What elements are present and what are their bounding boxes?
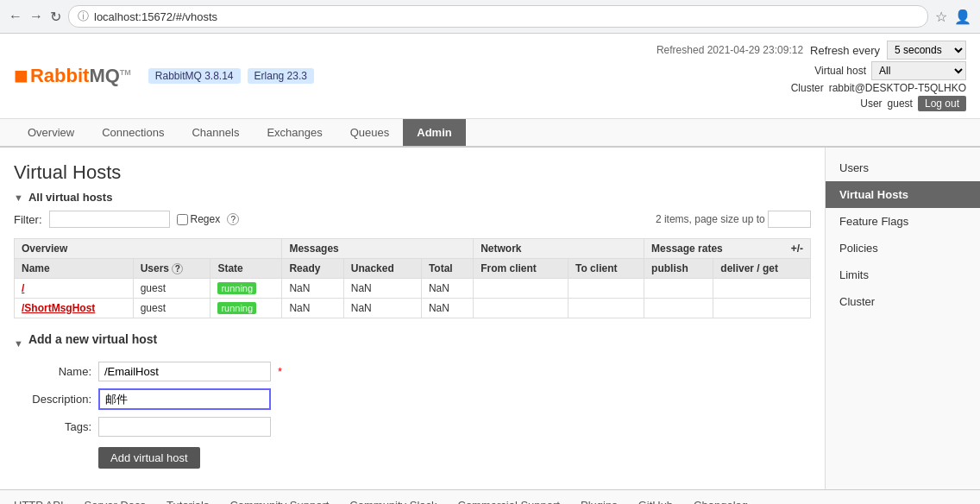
- vhost-users-shortmsg: guest: [133, 299, 210, 318]
- section-header: ▼ All virtual hosts: [14, 191, 811, 204]
- logo-text: RabbitMQTM: [30, 65, 131, 87]
- logout-button[interactable]: Log out: [918, 96, 966, 111]
- vhost-ready-shortmsg: NaN: [282, 299, 343, 318]
- col-name: Name: [15, 259, 134, 279]
- forward-button[interactable]: →: [29, 9, 43, 24]
- description-input[interactable]: [98, 388, 271, 410]
- footer-commercial-support[interactable]: Commercial Support: [458, 499, 561, 504]
- page-size-input[interactable]: 100: [768, 211, 811, 228]
- footer-community-slack[interactable]: Community Slack: [349, 499, 437, 504]
- footer-community-support[interactable]: Community Support: [229, 499, 329, 504]
- url-bar: ⓘ localhost:15672/#/vhosts: [68, 5, 928, 28]
- description-label: Description:: [14, 393, 91, 406]
- vhost-unacked-shortmsg: NaN: [343, 299, 421, 318]
- name-row: Name: *: [14, 362, 811, 381]
- footer-tutorials[interactable]: Tutorials: [166, 499, 209, 504]
- content-area: Virtual Hosts ▼ All virtual hosts Filter…: [0, 148, 825, 489]
- tab-exchanges[interactable]: Exchanges: [253, 119, 336, 146]
- back-button[interactable]: ←: [9, 9, 22, 24]
- tags-label: Tags:: [14, 420, 91, 433]
- footer-github[interactable]: GitHub: [638, 499, 673, 504]
- vhost-state-root: running: [210, 279, 282, 299]
- add-virtual-host-button[interactable]: Add virtual host: [98, 447, 200, 469]
- status-badge-shortmsg: running: [217, 302, 256, 314]
- group-messages: Messages: [282, 239, 474, 259]
- vhost-deliver-root: [713, 279, 811, 299]
- plus-minus-btn[interactable]: +/-: [791, 243, 803, 255]
- vhost-state-shortmsg: running: [210, 299, 282, 318]
- group-overview: Overview: [15, 239, 282, 259]
- footer-server-docs[interactable]: Server Docs: [85, 499, 147, 504]
- footer-changelog[interactable]: Changelog: [694, 499, 748, 504]
- user-value: guest: [888, 98, 913, 110]
- vhost-link-shortmsg[interactable]: /ShortMsgHost: [22, 302, 95, 314]
- vhost-row: Virtual host All / /ShortMsgHost: [814, 61, 966, 80]
- add-vhost-title: Add a new virtual host: [28, 332, 157, 346]
- user-label: User: [860, 98, 882, 110]
- logo-rabbit: Rabbit: [30, 65, 89, 86]
- group-network: Network: [474, 239, 644, 259]
- virtual-host-label: Virtual host: [814, 65, 866, 77]
- vhost-ready-root: NaN: [282, 279, 343, 299]
- footer-http-api[interactable]: HTTP API: [14, 499, 64, 504]
- col-publish: publish: [644, 259, 713, 279]
- col-from-client: From client: [474, 259, 569, 279]
- vhosts-table: Overview Messages Network Message rates …: [14, 238, 811, 318]
- refresh-row: Refreshed 2021-04-29 23:09:12 Refresh ev…: [656, 41, 966, 60]
- sidebar-item-feature-flags[interactable]: Feature Flags: [826, 208, 980, 235]
- erlang-version: Erlang 23.3: [248, 68, 314, 84]
- user-icon: 👤: [954, 9, 971, 25]
- tab-admin[interactable]: Admin: [403, 119, 465, 146]
- add-vhost-header: ▼ Add a new virtual host: [14, 332, 811, 355]
- vhost-from-client-root: [474, 279, 569, 299]
- tab-channels[interactable]: Channels: [178, 119, 253, 146]
- virtual-host-select[interactable]: All / /ShortMsgHost: [871, 61, 966, 80]
- filter-input[interactable]: [49, 211, 170, 228]
- vhost-link-root[interactable]: /: [22, 282, 24, 294]
- tab-connections[interactable]: Connections: [88, 119, 178, 146]
- vhost-total-shortmsg: NaN: [421, 299, 473, 318]
- col-users: Users ?: [133, 259, 210, 279]
- sidebar-item-users[interactable]: Users: [826, 154, 980, 181]
- col-state: State: [210, 259, 282, 279]
- vhost-deliver-shortmsg: [713, 299, 811, 318]
- app-header: ■ RabbitMQTM RabbitMQ 3.8.14 Erlang 23.3…: [0, 34, 980, 119]
- tags-input[interactable]: [98, 417, 271, 437]
- rabbitmq-version: RabbitMQ 3.8.14: [148, 68, 241, 84]
- footer: HTTP API Server Docs Tutorials Community…: [0, 489, 980, 504]
- filter-label: Filter:: [14, 213, 42, 226]
- tab-overview[interactable]: Overview: [14, 119, 88, 146]
- vhost-total-root: NaN: [421, 279, 473, 299]
- cluster-label: Cluster: [791, 82, 824, 94]
- version-tags: RabbitMQ 3.8.14 Erlang 23.3: [148, 68, 314, 84]
- nav-tabs: Overview Connections Channels Exchanges …: [0, 119, 980, 148]
- sidebar-item-virtual-hosts[interactable]: Virtual Hosts: [826, 181, 980, 208]
- name-label: Name:: [14, 365, 91, 378]
- group-message-rates: Message rates +/-: [644, 239, 811, 259]
- help-label[interactable]: ?: [227, 213, 239, 225]
- reload-button[interactable]: ↻: [50, 9, 61, 25]
- section-toggle[interactable]: ▼: [14, 192, 23, 203]
- page-title: Virtual Hosts: [14, 161, 811, 184]
- tab-queues[interactable]: Queues: [336, 119, 404, 146]
- footer-plugins[interactable]: Plugins: [581, 499, 618, 504]
- regex-checkbox[interactable]: [177, 214, 188, 225]
- col-deliver-get: deliver / get: [713, 259, 811, 279]
- vhost-from-client-shortmsg: [474, 299, 569, 318]
- regex-check[interactable]: Regex: [177, 213, 221, 225]
- add-toggle[interactable]: ▼: [14, 338, 23, 349]
- sidebar-item-policies[interactable]: Policies: [826, 235, 980, 261]
- cluster-row: Cluster rabbit@DESKTOP-T5QLHKO: [791, 82, 966, 94]
- status-badge-root: running: [217, 282, 256, 294]
- browser-bar: ← → ↻ ⓘ localhost:15672/#/vhosts ☆ 👤: [0, 0, 980, 34]
- logo-icon: ■: [14, 62, 28, 90]
- refresh-select[interactable]: 5 seconds 10 seconds 30 seconds 60 secon…: [887, 41, 966, 60]
- col-to-client: To client: [569, 259, 644, 279]
- main-layout: Virtual Hosts ▼ All virtual hosts Filter…: [0, 148, 980, 489]
- name-input[interactable]: [98, 362, 271, 381]
- col-unacked: Unacked: [343, 259, 421, 279]
- logo: ■ RabbitMQTM: [14, 62, 131, 90]
- sidebar-item-limits[interactable]: Limits: [826, 261, 980, 288]
- sidebar-item-cluster[interactable]: Cluster: [826, 288, 980, 315]
- vhost-to-client-root: [569, 279, 644, 299]
